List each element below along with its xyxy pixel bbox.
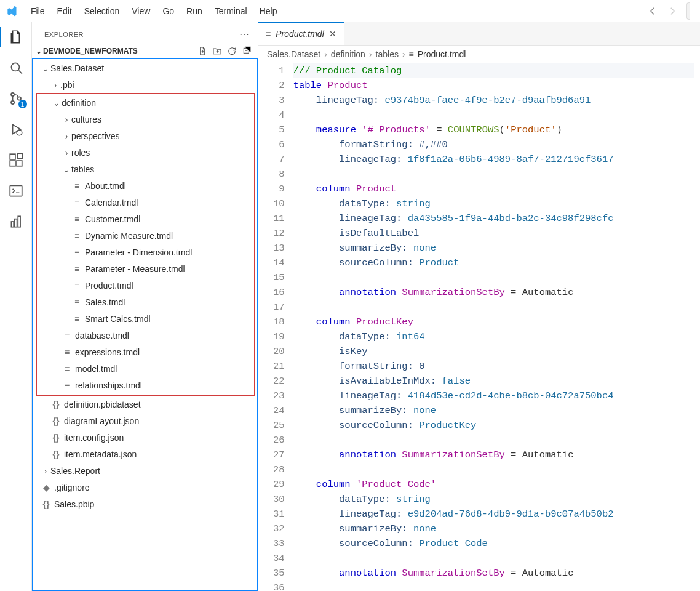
menu-run[interactable]: Run [180,4,209,18]
folder-sales-report[interactable]: ›Sales.Report [32,462,258,479]
file-about[interactable]: ≡About.tmdl [37,177,254,194]
activity-debug-icon[interactable] [7,121,25,138]
activity-bar: 1 [0,22,32,591]
menu-go[interactable]: Go [156,4,180,18]
file-expressions[interactable]: ≡expressions.tmdl [37,344,254,360]
file-dynamic-measure[interactable]: ≡Dynamic Measure.tmdl [37,227,254,244]
file-customer[interactable]: ≡Customer.tmdl [37,211,254,227]
highlighted-definition-group: ⌄definition ›cultures ›perspectives ›rol… [36,93,255,396]
file-relationships[interactable]: ≡relationships.tmdl [37,377,254,393]
svg-rect-8 [17,153,23,159]
code-content[interactable]: /// Product Catalog table Product lineag… [293,63,700,591]
svg-point-4 [17,130,22,135]
file-tree: ⌄Sales.Dataset ›.pbi ⌄definition ›cultur… [32,58,258,591]
folder-perspectives[interactable]: ›perspectives [37,127,254,144]
file-calendar[interactable]: ≡Calendar.tmdl [37,194,254,211]
svg-rect-7 [17,161,22,166]
project-header[interactable]: ⌄ DEVMODE_NEWFORMATS [32,44,258,58]
nav-back-icon[interactable] [647,6,658,17]
menu-help[interactable]: Help [253,4,284,18]
command-center[interactable] [686,2,690,20]
file-database[interactable]: ≡database.tmdl [37,327,254,344]
folder-cultures[interactable]: ›cultures [37,111,254,127]
scm-badge: 1 [18,100,27,108]
tab-label: Product.tmdl [276,29,324,39]
breadcrumb-item[interactable]: tables [376,49,399,59]
refresh-icon[interactable] [227,46,237,56]
svg-rect-11 [14,219,17,227]
folder-pbi[interactable]: ›.pbi [32,76,258,93]
file-definition-pbidataset[interactable]: {}definition.pbidataset [32,396,258,412]
svg-rect-5 [10,154,15,159]
menu-file[interactable]: File [25,4,51,18]
svg-rect-12 [18,216,20,227]
sidebar: EXPLORER ⋯ ⌄ DEVMODE_NEWFORMATS ⌄Sales.D… [32,22,258,591]
project-name: DEVMODE_NEWFORMATS [43,47,138,55]
activity-explorer-icon[interactable] [7,28,25,46]
sidebar-more-icon[interactable]: ⋯ [239,28,249,40]
collapse-all-icon[interactable] [242,46,252,56]
breadcrumb-item[interactable]: Product.tmdl [418,49,466,59]
menu-terminal[interactable]: Terminal [209,4,253,18]
breadcrumb-item[interactable]: definition [331,49,365,59]
file-diagram-layout[interactable]: {}diagramLayout.json [32,412,258,429]
new-folder-icon[interactable] [212,46,222,56]
svg-rect-10 [11,222,14,227]
menu-edit[interactable]: Edit [51,4,78,18]
menu-selection[interactable]: Selection [78,4,126,18]
code-editor[interactable]: 1234567891011121314151617181920212223242… [258,63,700,591]
tab-product-tmdl[interactable]: ≡ Product.tmdl ✕ [258,22,344,45]
sidebar-title: EXPLORER [44,31,84,38]
file-item-config[interactable]: {}item.config.json [32,429,258,446]
vscode-logo-icon [5,4,18,18]
file-param-measure[interactable]: ≡Parameter - Measure.tmdl [37,260,254,277]
svg-point-0 [11,63,19,71]
line-numbers: 1234567891011121314151617181920212223242… [258,63,293,591]
file-icon: ≡ [266,29,271,39]
editor-area: ≡ Product.tmdl ✕ Sales.Dataset› definiti… [258,22,700,591]
chevron-down-icon: ⌄ [36,47,42,55]
activity-extensions-icon[interactable] [7,151,25,169]
folder-roles[interactable]: ›roles [37,144,254,161]
folder-definition[interactable]: ⌄definition [37,94,254,111]
file-model[interactable]: ≡model.tmdl [37,360,254,377]
file-sales-pbip[interactable]: {}Sales.pbip [32,496,258,512]
file-item-metadata[interactable]: {}item.metadata.json [32,446,258,462]
breadcrumb-item[interactable]: Sales.Dataset [267,49,320,59]
folder-tables[interactable]: ⌄tables [37,161,254,177]
file-param-dimension[interactable]: ≡Parameter - Dimension.tmdl [37,244,254,260]
activity-powerbi-icon[interactable] [7,213,25,230]
nav-forward-icon[interactable] [667,6,678,17]
editor-tabs: ≡ Product.tmdl ✕ [258,22,700,46]
svg-rect-6 [10,161,15,166]
activity-terminal-icon[interactable] [7,182,25,199]
file-sales[interactable]: ≡Sales.tmdl [37,294,254,310]
menu-view[interactable]: View [125,4,156,18]
breadcrumb[interactable]: Sales.Dataset› definition› tables› ≡ Pro… [258,46,700,63]
activity-scm-icon[interactable]: 1 [7,90,25,107]
close-tab-icon[interactable]: ✕ [329,29,336,39]
svg-point-2 [10,101,14,104]
svg-point-1 [10,93,14,96]
svg-rect-9 [10,185,22,196]
activity-search-icon[interactable] [7,59,25,76]
menubar: File Edit Selection View Go Run Terminal… [0,0,700,22]
folder-sales-dataset[interactable]: ⌄Sales.Dataset [32,60,258,76]
new-file-icon[interactable] [197,46,207,56]
file-smart-calcs[interactable]: ≡Smart Calcs.tmdl [37,310,254,327]
file-product[interactable]: ≡Product.tmdl [37,277,254,294]
file-gitignore[interactable]: ◆.gitignore [32,479,258,496]
